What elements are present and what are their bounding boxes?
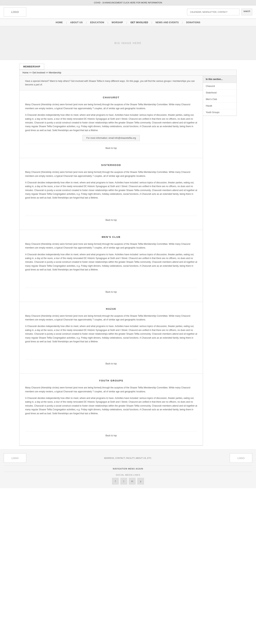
sidebar-title: In this section...	[203, 76, 236, 83]
header-logo: LOGO	[4, 7, 26, 17]
social-icon-twitter[interactable]: t	[121, 478, 127, 484]
hazak-paragraph1: Many Chavurot (friendship circles) were …	[25, 314, 197, 322]
social-icons: f t in y	[4, 478, 252, 484]
nav-about-us[interactable]: ABOUT US	[68, 19, 85, 26]
section-title-youth-groups: YOUTH GROUPS	[25, 379, 197, 382]
content-layout: Have a special interest? Want to help ot…	[19, 76, 237, 446]
section-title-sisterhood: SISTERHOOD	[25, 164, 197, 166]
announcement-bar[interactable]: COVID - 19 ANNOUNCEMENT CLICK HERE FOR M…	[0, 0, 256, 6]
section-title-chavurot: CHAVUROT	[25, 96, 197, 99]
intro-text: Have a special interest? Want to help ot…	[25, 80, 197, 86]
social-icon-facebook[interactable]: f	[112, 478, 119, 484]
section-title-hazak: HAZAK	[25, 308, 197, 310]
hazak-spacer	[25, 346, 197, 358]
chavurot-paragraph1: Many Chavurot (friendship circles) were …	[25, 102, 197, 110]
main-content: Have a special interest? Want to help ot…	[19, 76, 203, 446]
youth-groups-paragraph2: A Chavurah decides independently how oft…	[25, 396, 197, 415]
mens-club-paragraph1: Many Chavurot (friendship circles) were …	[25, 242, 197, 250]
hazak-paragraph2: A Chavurah decides independently how oft…	[25, 324, 197, 344]
announcement-text: COVID - 19 ANNOUNCEMENT CLICK HERE FOR M…	[94, 2, 162, 4]
chavurot-paragraph2: A Chavurah decides independently how oft…	[25, 113, 197, 132]
sidebar-item-mens-club[interactable]: Men's Club	[203, 96, 236, 102]
section-mens-club: MEN'S CLUB Many Chavurot (friendship cir…	[20, 230, 203, 302]
sidebar-item-youth-groups[interactable]: Youth Groups	[203, 109, 236, 116]
footer-logo-right: LOGO	[230, 453, 252, 463]
page-wrapper: MEMBERSHIP Home >> Get Involved >> Membe…	[16, 64, 240, 446]
nav-home[interactable]: HOME	[53, 19, 65, 26]
nav-sep-5: |	[151, 19, 153, 26]
nav-news-events[interactable]: NEWS AND EVENTS	[153, 19, 181, 26]
social-icon-linkedin[interactable]: in	[129, 478, 135, 484]
section-youth-groups: YOUTH GROUPS Many Chavurot (friendship c…	[20, 374, 203, 446]
nav-get-involved[interactable]: GET INVOLVED	[128, 19, 151, 26]
site-header: LOGO CALENDAR, NEWSLETTER, CONTACT searc…	[0, 6, 256, 19]
nav-donations[interactable]: DONATIONS	[183, 19, 203, 26]
search-button[interactable]: search	[241, 8, 252, 15]
nav-education[interactable]: EDUCATION	[88, 19, 107, 26]
site-footer: LOGO ADDRESS, CONTACT, FACILITY, ABOUT U…	[0, 450, 256, 488]
footer-address: ADDRESS, CONTACT, FACILITY, ABOUT US, ET…	[26, 457, 230, 459]
sisterhood-back-to-top[interactable]: Back to top	[25, 216, 197, 224]
mens-club-paragraph2: A Chavurah decides independently how oft…	[25, 252, 197, 272]
membership-tab[interactable]: MEMBERSHIP	[19, 64, 44, 70]
sisterhood-paragraph2: A Chavurah decides independently how oft…	[25, 181, 197, 200]
nav-sep-2: |	[85, 19, 88, 26]
section-chavurot: CHAVUROT Many Chavurot (friendship circl…	[20, 90, 203, 158]
intro-section: Have a special interest? Want to help ot…	[20, 76, 203, 90]
section-title-mens-club: MEN'S CLUB	[25, 236, 197, 238]
footer-nav: NAVIGATION MENU AGAIN	[4, 466, 252, 472]
section-sisterhood: SISTERHOOD Many Chavurot (friendship cir…	[20, 158, 203, 230]
footer-logo-left: LOGO	[4, 453, 26, 463]
footer-top: LOGO ADDRESS, CONTACT, FACILITY, ABOUT U…	[4, 453, 252, 463]
breadcrumb: Home >> Get Involved >> Membership	[19, 70, 237, 76]
hero-image: BIG IMAGE HERE	[0, 26, 256, 60]
chavurot-back-to-top[interactable]: Back to top	[25, 144, 197, 152]
sidebar-item-hazak[interactable]: Hazak	[203, 102, 236, 109]
nav-sep-6: |	[181, 19, 184, 26]
hero-image-label: BIG IMAGE HERE	[115, 42, 141, 44]
nav-sep-4: |	[126, 19, 128, 26]
nav-sep-1: |	[65, 19, 68, 26]
footer-social-label: SOCIAL MEDIA LINKS	[4, 474, 252, 476]
section-hazak: HAZAK Many Chavurot (friendship circles)…	[20, 302, 203, 374]
sisterhood-spacer	[25, 202, 197, 214]
youth-groups-back-to-top[interactable]: Back to top	[25, 431, 197, 440]
sidebar-item-chavurot[interactable]: Chavurot	[203, 83, 236, 90]
mens-club-back-to-top[interactable]: Back to top	[25, 288, 197, 296]
youth-groups-spacer	[25, 418, 197, 430]
chavurot-email-button[interactable]: For more information: email info@shaaret…	[83, 135, 140, 141]
header-right: CALENDAR, NEWSLETTER, CONTACT search	[187, 8, 252, 15]
youth-groups-paragraph1: Many Chavurot (friendship circles) were …	[25, 386, 197, 394]
nav-sep-3: |	[107, 19, 109, 26]
nav-worship[interactable]: WORSHIP	[109, 19, 126, 26]
sisterhood-paragraph1: Many Chavurot (friendship circles) were …	[25, 170, 197, 178]
sidebar-item-sisterhood[interactable]: Sisterhood	[203, 90, 236, 96]
main-navigation: HOME | ABOUT US | EDUCATION | WORSHIP | …	[0, 19, 256, 26]
sidebar: In this section... Chavurot Sisterhood M…	[203, 76, 237, 116]
header-links[interactable]: CALENDAR, NEWSLETTER, CONTACT	[187, 8, 239, 15]
mens-club-spacer	[25, 274, 197, 286]
social-icon-youtube[interactable]: y	[137, 478, 144, 484]
hazak-back-to-top[interactable]: Back to top	[25, 359, 197, 368]
